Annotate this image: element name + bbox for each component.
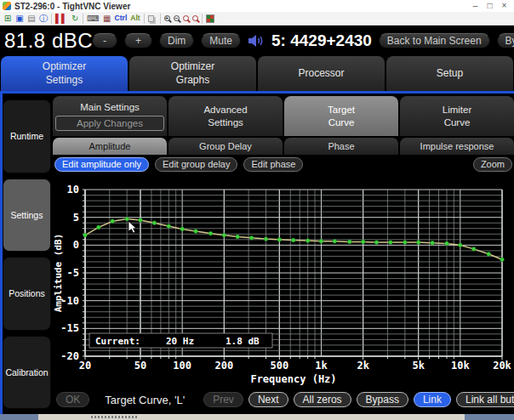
toolbar-separator: [144, 14, 145, 24]
tab-processor[interactable]: Processor: [258, 56, 385, 91]
zoom-out-icon[interactable]: −: [174, 15, 180, 21]
edit-group-delay-button[interactable]: Edit group delay: [155, 157, 238, 172]
viewer-toolbar: ⊞▣▤ⓘ▌▌↻⌨▦CtrlAlt+−: [0, 12, 514, 26]
zoom-button[interactable]: Zoom: [473, 157, 512, 172]
volume-bar: 81.8 dBC - + Dim Mute 5: 4429+2430 Back …: [0, 26, 514, 56]
apply-changes-button[interactable]: Apply Changes: [55, 116, 164, 131]
minimize-button[interactable]: –: [468, 0, 483, 12]
refresh-icon[interactable]: ↻: [71, 14, 79, 24]
svg-text:5: 5: [73, 212, 79, 224]
svg-text:200: 200: [214, 360, 233, 372]
prev-button[interactable]: Prev: [203, 392, 243, 407]
zoom-100-icon[interactable]: [183, 15, 189, 21]
ok-button[interactable]: OK: [56, 392, 89, 407]
tab-main-settings[interactable]: Main Settings Apply Changes: [53, 96, 167, 136]
tab-impulse-response[interactable]: Impulse response: [400, 138, 514, 155]
ctrl-alt-del-icon[interactable]: ⌨: [87, 14, 99, 24]
connection-options-icon[interactable]: ▤: [27, 14, 36, 24]
tab-phase[interactable]: Phase: [284, 138, 398, 155]
scroll-thumb-left[interactable]: [0, 414, 38, 420]
link-button[interactable]: Link: [414, 392, 451, 407]
svg-text:-15: -15: [60, 322, 79, 334]
sidebar-item-positions[interactable]: Positions: [3, 257, 51, 331]
close-button[interactable]: ×: [497, 0, 511, 12]
window-title: ST2-296:0 - TightVNC Viewer: [14, 2, 130, 11]
zoom-fit-icon[interactable]: [192, 15, 198, 21]
settings-content: Main Settings Apply Changes Advanced Set…: [53, 94, 514, 414]
svg-text:-5: -5: [67, 267, 79, 279]
tightvnc-viewer-window: ST2-296:0 - TightVNC Viewer – □ × ⊞▣▤ⓘ▌▌…: [0, 0, 514, 420]
tab-limiter-curve[interactable]: Limiter Curve: [400, 96, 514, 136]
target-curve-chart-area[interactable]: Current:20 Hz1.8 dB1050-5-10-15-20205010…: [53, 173, 514, 385]
taskbar-text-smudge: [91, 416, 138, 418]
sidebar: Runtime Settings Positions Calibration: [3, 94, 53, 414]
alt-key-button[interactable]: Alt: [130, 14, 140, 24]
all-zeros-button[interactable]: All zeros: [294, 392, 351, 407]
tab-setup[interactable]: Setup: [386, 56, 513, 91]
svg-text:10: 10: [67, 184, 79, 196]
toolbar-separator: [83, 14, 83, 24]
main-tabs: Optimizer Settings Optimizer Graphs Proc…: [0, 56, 514, 91]
tab-optimizer-settings[interactable]: Optimizer Settings: [1, 56, 128, 91]
link-all-but-sub-button[interactable]: Link all but Sub: [456, 392, 514, 407]
curve-title: Target Curve, 'L': [105, 394, 185, 406]
tab-target-curve[interactable]: Target Curve: [284, 96, 398, 136]
new-connection-icon[interactable]: ⊞: [3, 14, 12, 24]
bypass-button-bottom[interactable]: Bypass: [357, 392, 408, 407]
save-session-icon[interactable]: ▣: [15, 14, 24, 24]
scroll-track[interactable]: [38, 414, 465, 420]
svg-text:10k: 10k: [451, 360, 470, 372]
svg-text:100: 100: [173, 360, 191, 372]
tightvnc-logo-icon: [3, 2, 11, 10]
svg-text:1.8 dB: 1.8 dB: [226, 336, 260, 347]
sidebar-item-runtime[interactable]: Runtime: [3, 99, 51, 173]
target-curve-chart[interactable]: Current:20 Hz1.8 dB1050-5-10-15-20205010…: [53, 173, 514, 385]
volume-level: 81.8 dBC: [4, 29, 92, 53]
edit-amplitude-only-button[interactable]: Edit amplitude only: [54, 157, 149, 172]
tab-optimizer-graphs[interactable]: Optimizer Graphs: [129, 56, 256, 91]
speaker-icon: [248, 34, 265, 48]
zoom-in-icon[interactable]: +: [164, 15, 170, 21]
svg-text:20: 20: [79, 360, 91, 372]
tab-amplitude[interactable]: Amplitude: [53, 138, 167, 155]
tab-group-delay[interactable]: Group Delay: [168, 138, 283, 155]
svg-text:20 Hz: 20 Hz: [166, 336, 194, 347]
volume-up-button[interactable]: +: [124, 33, 152, 48]
volume-down-button[interactable]: -: [92, 33, 117, 48]
svg-text:-20: -20: [60, 350, 79, 362]
file-transfer-icon[interactable]: [148, 15, 154, 22]
svg-text:Current:: Current:: [95, 336, 140, 347]
curve-actions-bar: OK Target Curve, 'L' Prev Next All zeros…: [53, 385, 514, 414]
svg-text:5k: 5k: [412, 360, 425, 372]
settings-sub-tabs: Main Settings Apply Changes Advanced Set…: [53, 96, 514, 136]
edit-phase-button[interactable]: Edit phase: [243, 157, 303, 172]
preset-indicator: 5: 4429+2430: [271, 31, 372, 50]
toolbar-separator: [51, 14, 52, 24]
edit-mode-row: Edit amplitude only Edit group delay Edi…: [53, 156, 514, 173]
sidebar-item-settings[interactable]: Settings: [3, 179, 51, 253]
pause-icon[interactable]: ▌▌: [55, 14, 67, 24]
fullscreen-icon[interactable]: [206, 14, 214, 23]
connection-info-icon[interactable]: ⓘ: [39, 14, 48, 24]
scroll-thumb-right[interactable]: [465, 414, 514, 420]
maximize-button[interactable]: □: [483, 0, 497, 12]
next-button[interactable]: Next: [248, 392, 288, 407]
ctrl-key-button[interactable]: Ctrl: [115, 14, 128, 24]
bypass-button-top[interactable]: Bypass: [497, 33, 514, 48]
ctrl-esc-icon[interactable]: ▦: [103, 14, 111, 24]
svg-text:50: 50: [134, 360, 146, 372]
toolbar-separator: [160, 14, 161, 24]
back-to-main-screen-button[interactable]: Back to Main Screen: [379, 33, 490, 48]
curve-type-tabs: Amplitude Group Delay Phase Impulse resp…: [53, 138, 514, 155]
toolbar-separator: [202, 14, 203, 24]
bottom-scroll-strip[interactable]: [0, 414, 514, 420]
title-bar: ST2-296:0 - TightVNC Viewer – □ ×: [0, 0, 514, 12]
tab-advanced-settings[interactable]: Advanced Settings: [168, 96, 283, 136]
svg-text:0: 0: [73, 239, 79, 251]
mute-button[interactable]: Mute: [201, 33, 241, 48]
remote-screen: 81.8 dBC - + Dim Mute 5: 4429+2430 Back …: [0, 26, 514, 414]
dim-button[interactable]: Dim: [159, 33, 194, 48]
svg-text:20k: 20k: [493, 360, 511, 372]
sidebar-item-calibration[interactable]: Calibration: [3, 336, 51, 410]
svg-text:1k: 1k: [315, 360, 328, 372]
